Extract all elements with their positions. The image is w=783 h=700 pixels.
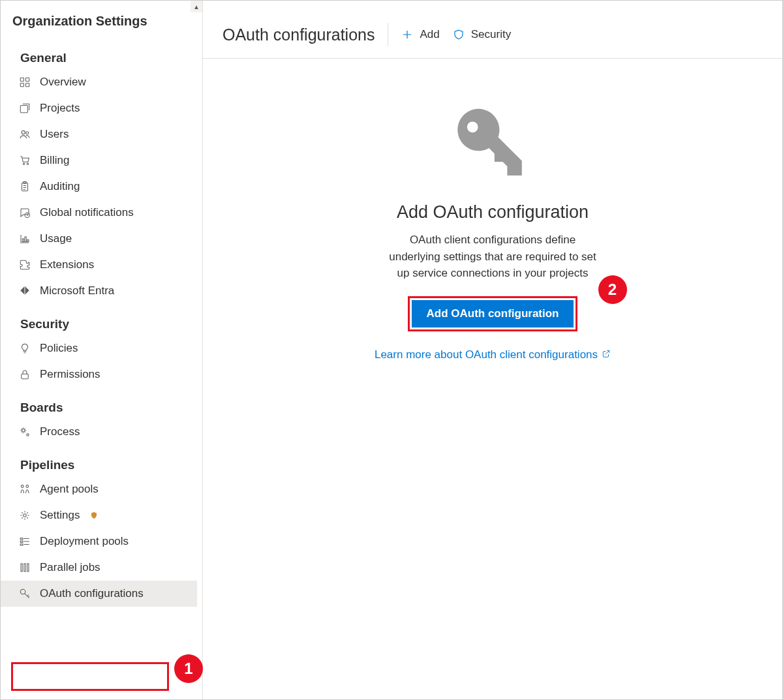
clipboard-icon — [19, 181, 31, 192]
admin-shield-icon — [90, 511, 98, 519]
empty-title: Add OAuth configuration — [397, 202, 589, 222]
sidebar-item-label: Agent pools — [40, 483, 99, 496]
chat-clock-icon — [19, 207, 31, 219]
learn-more-link[interactable]: Learn more about OAuth client configurat… — [375, 348, 611, 361]
sidebar-item-microsoft-entra[interactable]: Microsoft Entra — [1, 278, 197, 304]
deploy-icon — [19, 536, 31, 547]
sidebar-item-label: Microsoft Entra — [40, 284, 114, 297]
group-header-security: Security — [1, 304, 197, 335]
sidebar-item-permissions[interactable]: Permissions — [1, 361, 197, 388]
sidebar-item-billing[interactable]: Billing — [1, 147, 197, 174]
pool-icon — [19, 483, 31, 495]
gear-icon — [19, 510, 31, 521]
sidebar-scroll[interactable]: General Overview Projects Users Billing … — [1, 38, 202, 699]
sidebar-item-usage[interactable]: Usage — [1, 226, 197, 252]
divider — [388, 23, 388, 46]
bulb-icon — [19, 342, 31, 354]
sidebar-item-label: Global notifications — [40, 206, 134, 219]
users-icon — [19, 129, 31, 140]
learn-more-label: Learn more about OAuth client configurat… — [375, 348, 598, 361]
sidebar-item-projects[interactable]: Projects — [1, 95, 197, 121]
sidebar-item-label: Usage — [40, 232, 72, 245]
gears-icon — [19, 426, 31, 438]
callout-2-badge: 2 — [598, 275, 627, 304]
add-label: Add — [420, 28, 439, 41]
sidebar-title: Organization Settings — [1, 1, 202, 38]
sidebar-item-label: Billing — [40, 154, 69, 167]
puzzle-icon — [19, 259, 31, 271]
key-icon — [19, 588, 31, 600]
main-content: OAuth configurations Add Security Add OA… — [203, 1, 782, 699]
key-graphic-icon — [447, 98, 538, 189]
sidebar-item-label: Parallel jobs — [40, 561, 100, 574]
group-header-boards: Boards — [1, 388, 197, 419]
entra-icon — [19, 285, 31, 297]
sidebar-item-label: OAuth configurations — [40, 587, 144, 600]
group-header-pipelines: Pipelines — [1, 445, 197, 476]
sidebar-item-label: Process — [40, 425, 80, 438]
sidebar-item-deployment-pools[interactable]: Deployment pools — [1, 528, 197, 555]
sidebar-item-agent-pools[interactable]: Agent pools — [1, 476, 197, 502]
sidebar-item-label: Auditing — [40, 180, 80, 193]
sidebar-item-label: Permissions — [40, 368, 100, 381]
shield-icon — [453, 29, 465, 40]
plus-icon — [401, 29, 413, 40]
sidebar-item-label: Policies — [40, 342, 78, 355]
security-label: Security — [471, 28, 511, 41]
chart-icon — [19, 233, 31, 245]
sidebar-item-auditing[interactable]: Auditing — [1, 174, 197, 200]
page-title: OAuth configurations — [223, 25, 375, 44]
grid-icon — [19, 76, 31, 88]
scroll-up-arrow-icon[interactable]: ▲ — [191, 1, 202, 12]
sidebar-item-overview[interactable]: Overview — [1, 69, 197, 95]
sidebar-item-users[interactable]: Users — [1, 121, 197, 147]
sidebar-item-label: Deployment pools — [40, 535, 129, 548]
external-link-icon — [602, 348, 611, 361]
sidebar-item-label: Users — [40, 128, 69, 141]
sidebar-item-settings[interactable]: Settings — [1, 502, 197, 528]
empty-desc: OAuth client configurations define under… — [385, 232, 600, 282]
sidebar-item-extensions[interactable]: Extensions — [1, 252, 197, 278]
sidebar-item-label: Extensions — [40, 258, 94, 271]
empty-state: Add OAuth configuration OAuth client con… — [203, 59, 782, 699]
sidebar-item-label: Overview — [40, 76, 86, 89]
add-button[interactable]: Add — [401, 28, 439, 41]
sidebar: ▲ Organization Settings General Overview… — [1, 1, 203, 699]
box-plus-icon — [19, 102, 31, 114]
sidebar-item-oauth-configurations[interactable]: OAuth configurations — [1, 581, 197, 607]
sidebar-item-process[interactable]: Process — [1, 419, 197, 445]
lock-icon — [19, 369, 31, 380]
cart-icon — [19, 155, 31, 166]
group-header-general: General — [1, 38, 197, 69]
add-oauth-configuration-button[interactable]: Add OAuth configuration — [412, 300, 573, 327]
page-header: OAuth configurations Add Security — [203, 1, 782, 59]
sidebar-item-parallel-jobs[interactable]: Parallel jobs — [1, 555, 197, 581]
parallel-icon — [19, 562, 31, 573]
sidebar-item-label: Projects — [40, 102, 80, 115]
sidebar-item-global-notifications[interactable]: Global notifications — [1, 200, 197, 226]
security-button[interactable]: Security — [453, 28, 511, 41]
sidebar-item-policies[interactable]: Policies — [1, 335, 197, 361]
sidebar-item-label: Settings — [40, 509, 80, 522]
